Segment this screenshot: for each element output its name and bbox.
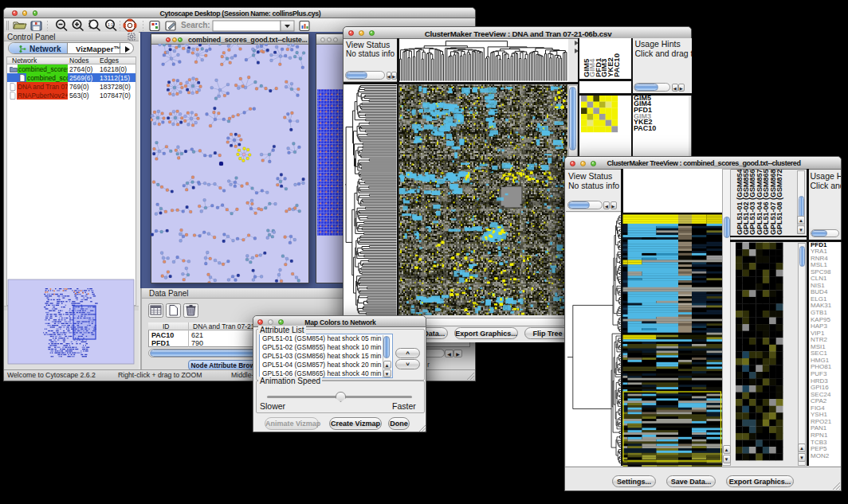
svg-text:1:1: 1:1 xyxy=(108,22,113,27)
svg-text:Search:: Search: xyxy=(181,21,210,29)
